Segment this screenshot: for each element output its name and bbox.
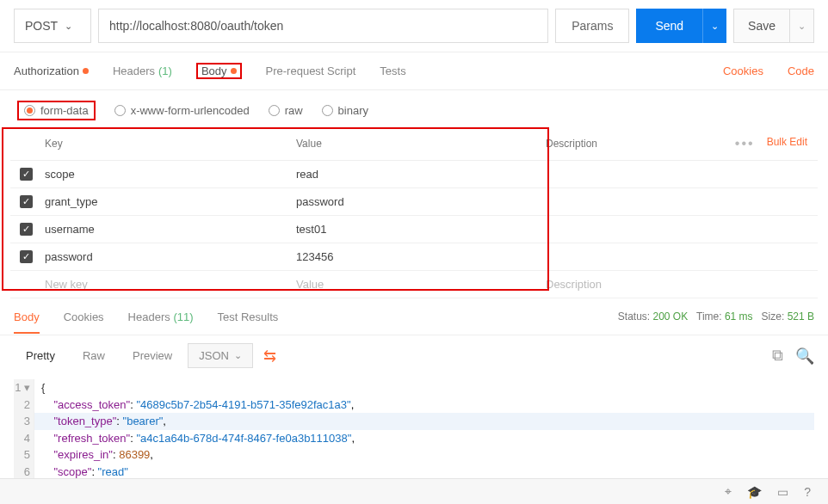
- tab-authorization[interactable]: Authorization: [14, 65, 89, 77]
- body-type-binary[interactable]: binary: [322, 104, 368, 117]
- new-key-input[interactable]: New key: [41, 278, 293, 291]
- view-preview[interactable]: Preview: [120, 342, 184, 369]
- search-icon[interactable]: 🔍: [795, 347, 814, 366]
- checkbox[interactable]: ✓: [20, 250, 33, 263]
- key-cell[interactable]: password: [41, 250, 293, 263]
- bulk-edit-link[interactable]: Bulk Edit: [767, 136, 807, 151]
- method-value: POST: [25, 19, 58, 33]
- more-icon[interactable]: •••: [735, 136, 755, 151]
- table-row: ✓ username test01: [10, 216, 818, 243]
- tutorial-icon[interactable]: 🎓: [747, 485, 762, 499]
- view-pretty[interactable]: Pretty: [14, 342, 67, 369]
- table-row: ✓ scope read: [10, 161, 818, 188]
- new-description-input[interactable]: Description: [542, 278, 706, 291]
- dot-icon: [231, 68, 237, 74]
- body-type-raw[interactable]: raw: [269, 104, 303, 117]
- body-type-urlencoded-label: x-www-form-urlencoded: [131, 104, 250, 117]
- kv-header-key: Key: [41, 138, 293, 150]
- location-icon[interactable]: ⌖: [725, 484, 732, 499]
- url-input[interactable]: [98, 9, 548, 43]
- key-cell[interactable]: scope: [41, 168, 293, 181]
- checkbox[interactable]: ✓: [20, 195, 33, 208]
- kv-header-description: Description: [542, 138, 706, 150]
- cookies-link[interactable]: Cookies: [723, 65, 763, 77]
- radio-icon: [24, 105, 35, 116]
- value-cell[interactable]: 123456: [293, 250, 542, 263]
- value-cell[interactable]: read: [293, 168, 542, 181]
- chevron-down-icon: ⌄: [234, 350, 242, 361]
- body-type-formdata[interactable]: form-data: [17, 101, 96, 120]
- tab-response-cookies[interactable]: Cookies: [64, 310, 104, 323]
- view-raw[interactable]: Raw: [71, 342, 117, 369]
- send-button[interactable]: Send: [636, 9, 702, 43]
- tab-body-label: Body: [201, 65, 227, 77]
- tab-response-headers-label: Headers: [128, 310, 170, 323]
- tab-headers-count: (1): [158, 65, 172, 77]
- checkbox[interactable]: ✓: [20, 168, 33, 181]
- params-button[interactable]: Params: [555, 9, 629, 43]
- kv-header-value: Value: [293, 138, 542, 150]
- table-row: ✓ grant_type password: [10, 188, 818, 216]
- tab-response-testresults[interactable]: Test Results: [218, 310, 279, 323]
- value-cell[interactable]: password: [293, 195, 542, 208]
- save-button[interactable]: Save: [733, 9, 790, 43]
- send-options-button[interactable]: ⌄: [702, 9, 726, 43]
- lang-select[interactable]: JSON ⌄: [188, 343, 253, 368]
- wrap-lines-button[interactable]: ⇆: [256, 343, 283, 369]
- radio-icon: [114, 105, 126, 116]
- save-options-button[interactable]: ⌄: [790, 9, 814, 43]
- table-row: ✓ password 123456: [10, 243, 818, 271]
- code-line[interactable]: 4 "refresh_token": "a4c1a64b-678d-474f-8…: [14, 430, 814, 447]
- tab-response-headers-count: (11): [173, 310, 193, 323]
- radio-icon: [269, 105, 280, 116]
- chevron-down-icon: ⌄: [711, 21, 719, 32]
- value-cell[interactable]: test01: [293, 223, 542, 236]
- lang-label: JSON: [199, 349, 229, 362]
- tab-body[interactable]: Body: [196, 63, 242, 79]
- radio-icon: [322, 105, 333, 116]
- tab-headers[interactable]: Headers (1): [113, 65, 172, 77]
- help-icon[interactable]: ?: [804, 485, 811, 499]
- code-link[interactable]: Code: [788, 65, 814, 77]
- code-line[interactable]: 2 "access_token": "4689c5b7-2b54-4191-b5…: [14, 396, 814, 414]
- key-cell[interactable]: username: [41, 223, 293, 236]
- tab-response-body[interactable]: Body: [14, 310, 40, 334]
- body-type-formdata-label: form-data: [40, 104, 89, 117]
- tab-response-headers[interactable]: Headers (11): [128, 310, 194, 323]
- code-line[interactable]: 1 ▾{: [14, 379, 814, 396]
- chevron-down-icon: ⌄: [65, 21, 72, 32]
- tab-prerequest[interactable]: Pre-request Script: [266, 65, 356, 77]
- checkbox[interactable]: ✓: [20, 223, 33, 236]
- tab-headers-label: Headers: [113, 65, 155, 77]
- copy-icon[interactable]: ⧉: [772, 347, 783, 366]
- new-value-input[interactable]: Value: [293, 278, 542, 291]
- method-select[interactable]: POST ⌄: [14, 9, 91, 43]
- panel-icon[interactable]: ▭: [777, 485, 788, 499]
- dot-icon: [83, 68, 89, 74]
- status-meta: Status: 200 OK Time: 61 ms Size: 521 B: [618, 310, 814, 323]
- chevron-down-icon: ⌄: [798, 21, 806, 32]
- code-line[interactable]: 3 "token_type": "bearer",: [14, 413, 814, 430]
- body-type-raw-label: raw: [285, 104, 303, 117]
- body-type-binary-label: binary: [338, 104, 368, 117]
- key-cell[interactable]: grant_type: [41, 195, 293, 208]
- body-type-urlencoded[interactable]: x-www-form-urlencoded: [114, 104, 250, 117]
- tab-authorization-label: Authorization: [14, 65, 79, 77]
- tab-tests[interactable]: Tests: [380, 65, 405, 77]
- code-line[interactable]: 5 "expires_in": 86399,: [14, 446, 814, 464]
